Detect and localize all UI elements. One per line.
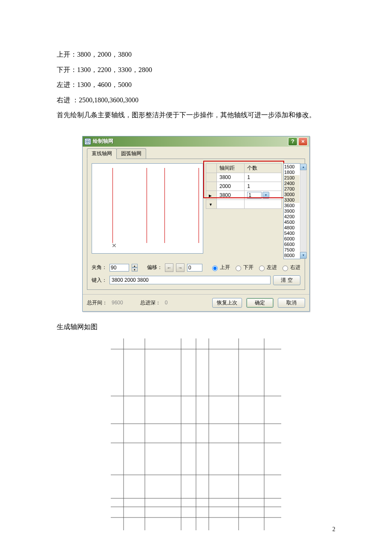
- list-item[interactable]: 8000: [284, 253, 300, 258]
- list-item[interactable]: 2400: [284, 181, 300, 186]
- intro-l2: 下开：1300，2200，3300，2800: [57, 64, 335, 75]
- offset-left-button[interactable]: ←: [165, 263, 173, 272]
- radio-right[interactable]: 右进: [280, 264, 300, 271]
- tab-arc-grid[interactable]: 圆弧轴网: [116, 148, 146, 159]
- grid-figure: [57, 338, 335, 530]
- offset-label: 偏移：: [147, 264, 162, 271]
- list-item[interactable]: 4800: [284, 225, 300, 231]
- draw-grid-dialog: 绘制轴网 ? × 直线轴网 圆弧轴网: [82, 136, 310, 312]
- table-cell[interactable]: 1: [245, 173, 282, 182]
- radio-bottom[interactable]: 下开: [233, 264, 254, 271]
- list-item[interactable]: 2100: [284, 175, 300, 181]
- marker-x-icon: ✕: [112, 242, 117, 249]
- spin-up-icon[interactable]: ▴: [132, 264, 138, 268]
- scroll-up-icon[interactable]: ▴: [300, 164, 307, 171]
- page-number: 2: [332, 526, 335, 533]
- ok-button[interactable]: 确定: [246, 298, 274, 308]
- scroll-down-icon[interactable]: ▾: [300, 252, 307, 259]
- list-item[interactable]: 4200: [284, 214, 300, 220]
- list-item[interactable]: 6000: [284, 236, 300, 242]
- list-item[interactable]: 4500: [284, 220, 300, 225]
- list-item[interactable]: 5400: [284, 231, 300, 236]
- table-cell[interactable]: 2000: [217, 182, 245, 191]
- intro-l4: 右进 ：2500,1800,3600,3000: [57, 95, 335, 106]
- table-cell[interactable]: 1: [245, 182, 282, 191]
- list-item[interactable]: 3300: [284, 197, 300, 203]
- list-item[interactable]: 3900: [284, 208, 300, 214]
- size-list[interactable]: 1500 1800 2100 2400 2700 3000 3300 3600 …: [283, 163, 300, 259]
- offset-input[interactable]: [187, 264, 202, 272]
- col-count: 个数: [245, 163, 282, 173]
- list-item[interactable]: 3600: [284, 203, 300, 208]
- angle-input[interactable]: [110, 264, 129, 272]
- tab-strip: 直线轴网 圆弧轴网: [87, 149, 305, 159]
- clear-button[interactable]: 清 空: [273, 275, 300, 285]
- cancel-button[interactable]: 取消: [278, 298, 305, 308]
- restore-button[interactable]: 恢复上次: [212, 298, 242, 308]
- list-item[interactable]: 7500: [284, 247, 300, 253]
- title-bar[interactable]: 绘制轴网 ? ×: [83, 136, 309, 147]
- total-depth-value: 0: [165, 300, 168, 306]
- close-button[interactable]: ×: [298, 137, 308, 146]
- list-item[interactable]: 3000: [284, 192, 300, 197]
- list-item[interactable]: 1800: [284, 170, 300, 175]
- spin-down-icon[interactable]: ▾: [132, 268, 138, 272]
- scrollbar-track[interactable]: [300, 170, 307, 252]
- radio-left[interactable]: 左进: [257, 264, 277, 271]
- table-cell[interactable]: 3800: [217, 191, 245, 199]
- total-depth-label: 总进深：: [140, 299, 161, 306]
- help-button[interactable]: ?: [288, 137, 297, 146]
- result-label: 生成轴网如图: [57, 323, 335, 332]
- angle-spinner[interactable]: ▴ ▾: [132, 264, 138, 272]
- angle-label: 夹角：: [92, 264, 107, 271]
- intro-l5: 首先绘制几条主要轴线，图形整洁并便于下一步操作，其他轴线可进一步添加和修改。: [57, 110, 335, 121]
- intro-l1: 上开：3800，2000，3800: [57, 49, 335, 60]
- table-cell[interactable]: 3800: [217, 173, 245, 182]
- dropdown-icon[interactable]: ▾: [262, 192, 269, 199]
- intro-l3: 左进：1300，4600，5000: [57, 79, 335, 90]
- preview-area: ✕: [92, 163, 203, 254]
- col-distance: 轴间距: [217, 163, 245, 173]
- intro-text: 上开：3800，2000，3800 下开：1300，2200，3300，2800…: [57, 49, 335, 121]
- keyin-label: 键入：: [92, 277, 107, 284]
- total-span-value: 9600: [112, 300, 123, 306]
- total-span-label: 总开间：: [87, 299, 107, 306]
- list-item[interactable]: 1500: [284, 164, 300, 170]
- app-icon: [84, 138, 91, 145]
- offset-right-button[interactable]: →: [176, 263, 184, 272]
- keyin-input[interactable]: [110, 276, 271, 284]
- spacing-table[interactable]: 轴间距个数 38001 20001 3800▾: [206, 163, 282, 209]
- list-item[interactable]: 2700: [284, 186, 300, 192]
- radio-top[interactable]: 上开: [210, 264, 230, 271]
- count-input[interactable]: [247, 192, 262, 199]
- table-cell-edit[interactable]: ▾: [245, 191, 282, 199]
- tab-straight-grid[interactable]: 直线轴网: [87, 148, 117, 159]
- dialog-title: 绘制轴网: [93, 138, 113, 145]
- list-item[interactable]: 6600: [284, 242, 300, 247]
